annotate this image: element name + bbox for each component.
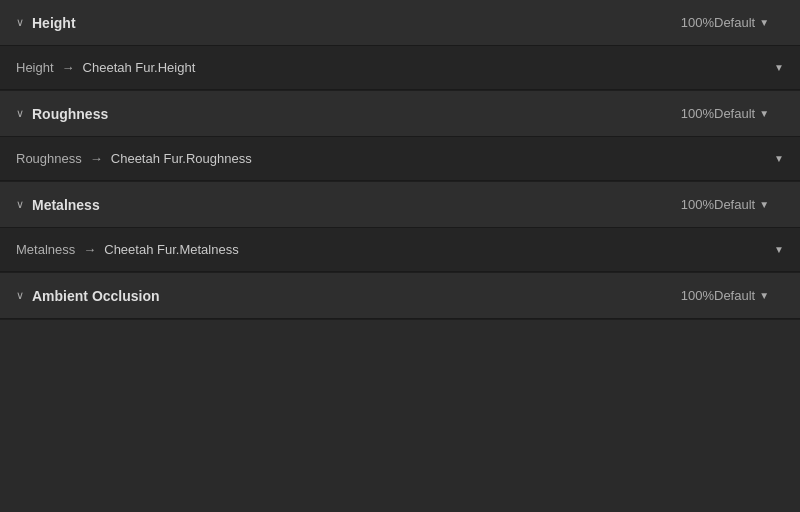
roughness-row-dropdown-icon[interactable]: ▼ bbox=[774, 153, 784, 164]
roughness-section-title: Roughness bbox=[32, 106, 672, 122]
metalness-default-dropdown[interactable]: Default ▼ bbox=[714, 197, 784, 212]
roughness-dropdown-arrow-icon: ▼ bbox=[759, 108, 769, 119]
metalness-mapping-row[interactable]: Metalness → Cheetah Fur.Metalness ▼ bbox=[0, 228, 800, 272]
roughness-default-label: Default bbox=[714, 106, 755, 121]
metalness-row-label: Metalness bbox=[16, 242, 75, 257]
ambient-occlusion-chevron-icon[interactable]: ∨ bbox=[16, 289, 24, 302]
roughness-section: ∨ Roughness Default ▼ Roughness → Cheeta… bbox=[0, 91, 800, 182]
height-row-value: Cheetah Fur.Height bbox=[83, 60, 775, 75]
height-section-header[interactable]: ∨ Height Default ▼ bbox=[0, 0, 800, 46]
ambient-occlusion-section-header[interactable]: ∨ Ambient Occlusion Default ▼ bbox=[0, 273, 800, 319]
ambient-occlusion-default-label: Default bbox=[714, 288, 755, 303]
metalness-default-label: Default bbox=[714, 197, 755, 212]
roughness-arrow-icon: → bbox=[90, 151, 103, 166]
metalness-row-dropdown-icon[interactable]: ▼ bbox=[774, 244, 784, 255]
metalness-arrow-icon: → bbox=[83, 242, 96, 257]
roughness-section-header[interactable]: ∨ Roughness Default ▼ bbox=[0, 91, 800, 137]
roughness-percent-input[interactable] bbox=[672, 106, 714, 121]
roughness-default-dropdown[interactable]: Default ▼ bbox=[714, 106, 784, 121]
ambient-occlusion-section-title: Ambient Occlusion bbox=[32, 288, 672, 304]
roughness-row-value: Cheetah Fur.Roughness bbox=[111, 151, 774, 166]
height-percent-input[interactable] bbox=[672, 15, 714, 30]
metalness-section-title: Metalness bbox=[32, 197, 672, 213]
metalness-percent-input[interactable] bbox=[672, 197, 714, 212]
roughness-chevron-icon[interactable]: ∨ bbox=[16, 107, 24, 120]
height-chevron-icon[interactable]: ∨ bbox=[16, 16, 24, 29]
height-row-label: Height bbox=[16, 60, 54, 75]
properties-panel: ∨ Height Default ▼ Height → Cheetah Fur.… bbox=[0, 0, 800, 320]
ambient-occlusion-default-dropdown[interactable]: Default ▼ bbox=[714, 288, 784, 303]
metalness-row-value: Cheetah Fur.Metalness bbox=[104, 242, 774, 257]
height-default-label: Default bbox=[714, 15, 755, 30]
roughness-row-label: Roughness bbox=[16, 151, 82, 166]
ambient-occlusion-percent-input[interactable] bbox=[672, 288, 714, 303]
height-section: ∨ Height Default ▼ Height → Cheetah Fur.… bbox=[0, 0, 800, 91]
metalness-dropdown-arrow-icon: ▼ bbox=[759, 199, 769, 210]
ambient-occlusion-section: ∨ Ambient Occlusion Default ▼ bbox=[0, 273, 800, 320]
height-mapping-row[interactable]: Height → Cheetah Fur.Height ▼ bbox=[0, 46, 800, 90]
ambient-occlusion-dropdown-arrow-icon: ▼ bbox=[759, 290, 769, 301]
metalness-chevron-icon[interactable]: ∨ bbox=[16, 198, 24, 211]
metalness-section-header[interactable]: ∨ Metalness Default ▼ bbox=[0, 182, 800, 228]
metalness-section: ∨ Metalness Default ▼ Metalness → Cheeta… bbox=[0, 182, 800, 273]
height-section-title: Height bbox=[32, 15, 672, 31]
roughness-mapping-row[interactable]: Roughness → Cheetah Fur.Roughness ▼ bbox=[0, 137, 800, 181]
height-dropdown-arrow-icon: ▼ bbox=[759, 17, 769, 28]
height-arrow-icon: → bbox=[62, 60, 75, 75]
height-row-dropdown-icon[interactable]: ▼ bbox=[774, 62, 784, 73]
height-default-dropdown[interactable]: Default ▼ bbox=[714, 15, 784, 30]
